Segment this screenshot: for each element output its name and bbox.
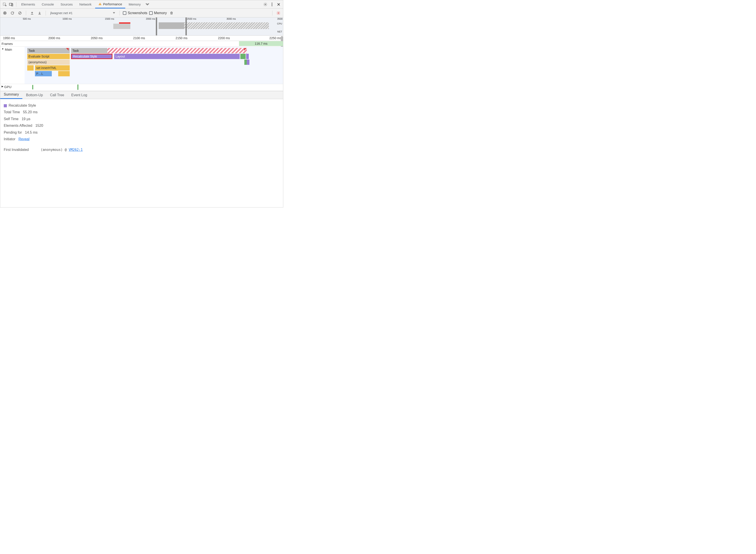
divider [16,2,16,7]
inspect-element-icon[interactable] [2,1,8,7]
summary-pane: Recalculate Style Total Time55.20 ms Sel… [0,99,283,156]
track-frames: Frames 116.7 ms [0,41,283,47]
self-time-value: 19 µs [22,116,30,122]
warning-icon [98,2,102,6]
memory-checkbox[interactable]: Memory [149,11,167,15]
track-header-gpu[interactable]: ▶GPU [0,84,24,91]
bar-paint[interactable] [240,54,246,59]
detail-tab-summary[interactable]: Summary [0,93,22,99]
screenshots-checkbox[interactable]: Screenshots [123,11,147,15]
bar-set-innerhtml[interactable]: set innerHTML [35,65,70,70]
settings-gear-icon[interactable] [262,1,268,7]
self-time-label: Self Time [4,116,18,122]
dropdown-caret-icon [113,12,115,14]
stack-location-link[interactable]: VM262:1 [69,148,83,152]
bar-evaluate-script[interactable]: Evaluate Script [27,54,70,59]
overview-activity [113,24,130,29]
bar-sliver[interactable] [247,59,250,65]
overview-ruler: 500 ms 1000 ms 1500 ms 2000 ms 2500 ms 3… [0,17,283,21]
elements-affected-value: 1520 [36,122,43,129]
panel-tabstrip: Elements Console Sources Network Perform… [0,0,283,9]
gpu-activity[interactable] [77,85,78,90]
svg-point-12 [278,12,279,13]
tab-elements[interactable]: Elements [18,0,38,8]
detail-tab-event-log[interactable]: Event Log [68,93,91,99]
device-toolbar-icon[interactable] [8,1,14,7]
tab-performance[interactable]: Performance [95,0,125,8]
flame-chart: Frames 116.7 ms ▼Main Task Task Evaluate… [0,41,283,91]
stack-fn: (anonymous) [41,148,63,152]
divider [46,11,46,15]
tab-console[interactable]: Console [39,0,57,8]
long-task-marker-icon [244,48,247,51]
summary-title-row: Recalculate Style [4,102,279,109]
capture-settings-gear-icon[interactable] [275,10,281,16]
detail-tabs: Summary Bottom-Up Call Tree Event Log [0,91,283,99]
divider [119,11,120,15]
tab-sources[interactable]: Sources [58,0,76,8]
gpu-activity[interactable] [32,85,33,90]
close-icon[interactable] [275,1,282,7]
clear-button[interactable] [17,10,23,16]
category-swatch [4,104,7,107]
track-main: ▼Main Task Task Evaluate Script (anonymo… [0,47,283,84]
summary-title: Recalculate Style [9,104,36,107]
svg-point-8 [272,5,272,6]
download-profile-button[interactable] [37,10,43,16]
track-header-main[interactable]: ▼Main [0,47,24,84]
recording-name: jlwagner.net #1 [50,11,72,15]
detail-tab-bottom-up[interactable]: Bottom-Up [22,93,46,99]
bar-anonymous[interactable]: (anonymous) [27,59,70,65]
pending-for-value: 14.5 ms [25,129,38,136]
total-time-value: 55.20 ms [23,109,38,115]
more-tabs-icon[interactable] [144,1,151,7]
bar-recalculate-style-selected[interactable]: Recalculate Style [71,54,112,59]
selection-handle-right[interactable] [185,17,187,36]
bar-sliver[interactable] [244,59,247,65]
track-gpu: ▶GPU [0,84,283,91]
tab-memory[interactable]: Memory [126,0,144,8]
frame-block[interactable]: 116.7 ms [239,41,283,46]
kebab-menu-icon[interactable] [269,1,275,7]
reload-and-record-button[interactable] [9,10,15,16]
overview-tick: 3000 ms [226,17,236,20]
track-header-frames[interactable]: Frames [0,41,24,47]
first-invalidated-label: First Invalidated [4,147,29,153]
overview-tick: 2500 ms [187,17,196,20]
devtools-window: Elements Console Sources Network Perform… [0,0,283,208]
overview-tick: 1000 ms [62,17,72,20]
bar-small-2[interactable] [58,71,70,76]
garbage-collect-button[interactable] [169,10,174,16]
total-time-label: Total Time [4,109,20,115]
divider [26,11,26,15]
performance-toolbar: jlwagner.net #1 Screenshots Memory [0,9,283,17]
bar-small[interactable] [27,65,34,70]
overview-tick: 500 ms [23,17,31,20]
reveal-link[interactable]: Reveal [18,136,30,143]
tab-network[interactable]: Network [76,0,95,8]
svg-point-7 [272,4,272,5]
overview-tick: 1500 ms [105,17,114,20]
pending-for-label: Pending for [4,129,22,136]
zoom-ruler: 1950 ms 2000 ms 2050 ms 2100 ms 2150 ms … [0,36,283,41]
upload-profile-button[interactable] [29,10,35,16]
initiator-label: Initiator [4,136,15,143]
recording-selector[interactable]: jlwagner.net #1 [49,11,116,15]
bar-task-label: Task [71,48,107,53]
svg-point-6 [272,3,272,4]
overview-timeline[interactable]: 500 ms 1000 ms 1500 ms 2000 ms 2500 ms 3… [0,17,283,36]
elements-affected-label: Elements Affected [4,122,32,129]
svg-rect-1 [9,3,12,5]
svg-point-10 [4,12,5,13]
detail-tab-call-tree[interactable]: Call Tree [47,93,68,99]
bar-layout[interactable]: Layout [114,54,239,59]
overview-tick: 3500 [277,17,283,20]
bar-parse-html[interactable]: P…L [35,71,52,76]
overview-tick: 2000 ms [146,17,155,20]
long-task-marker-icon [66,48,69,51]
bar-sliver[interactable] [246,54,249,59]
record-button[interactable] [2,10,8,16]
selection-handle-left[interactable] [156,17,157,36]
bar-task[interactable]: Task [27,48,70,53]
main-flame-body[interactable]: Task Task Evaluate Script (anonymous) se… [24,47,283,84]
